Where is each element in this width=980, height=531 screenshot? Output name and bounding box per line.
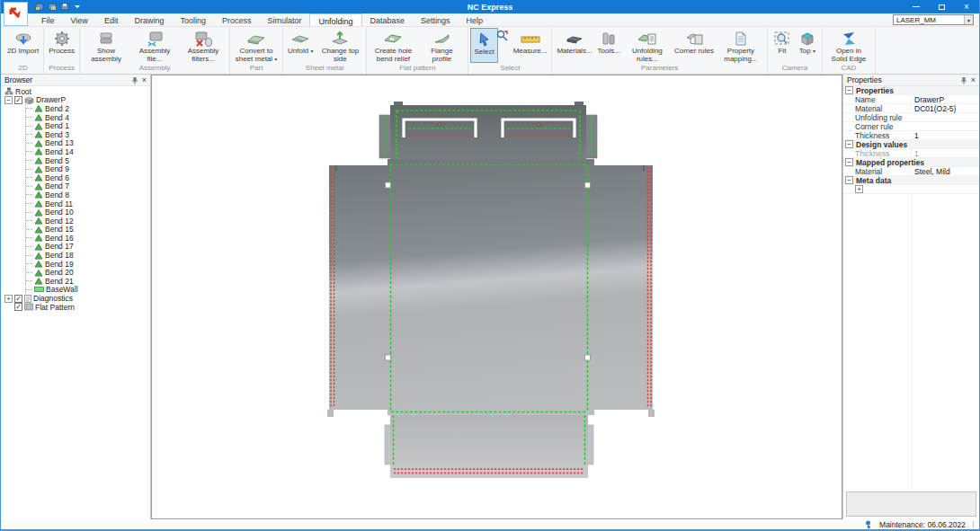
bottom-flange-side-tab[interactable] xyxy=(587,425,593,465)
ribbon-button-select[interactable]: Select xyxy=(470,28,497,63)
ribbon-button-assembly-file[interactable]: Assembly file... xyxy=(130,28,179,63)
expand-icon[interactable]: + xyxy=(4,295,13,303)
zoom-select-icon[interactable] xyxy=(496,29,508,45)
tab-edit[interactable]: Edit xyxy=(96,13,127,26)
main-body[interactable] xyxy=(329,159,653,415)
tab-file[interactable]: File xyxy=(33,13,63,26)
machine-select[interactable]: LASER_MM ▾ xyxy=(893,14,974,25)
ribbon-button-change-top-side[interactable]: Change top side xyxy=(316,28,364,63)
tree-item-bend[interactable]: Bend 21 xyxy=(26,277,150,286)
tree-item-bend[interactable]: Bend 5 xyxy=(26,156,150,165)
bottom-flange-side-tab[interactable] xyxy=(385,425,391,465)
flat-pattern-view[interactable] xyxy=(152,75,842,517)
collapse-icon[interactable]: − xyxy=(845,176,853,184)
tree-item-bend[interactable]: Bend 12 xyxy=(26,217,150,226)
collapse-icon[interactable]: − xyxy=(845,140,853,148)
ribbon-button-property-mapping[interactable]: Property mapping... xyxy=(717,28,765,63)
tree-item-bend[interactable]: Bend 8 xyxy=(26,190,150,199)
square-hole[interactable] xyxy=(585,355,591,360)
tree-item-bend[interactable]: Bend 16 xyxy=(26,234,150,243)
ribbon-button-unfold[interactable]: Unfold ▾ xyxy=(285,28,316,63)
collapse-icon[interactable]: − xyxy=(845,86,853,94)
square-hole[interactable] xyxy=(585,182,591,188)
ribbon-button-measure[interactable]: Measure... xyxy=(511,28,550,63)
property-value[interactable]: 1 xyxy=(911,131,979,140)
collapse-icon[interactable]: − xyxy=(4,96,13,104)
ribbon-button-unfolding-rules[interactable]: Unfolding rules... xyxy=(623,28,672,63)
tab-tooling[interactable]: Tooling xyxy=(172,13,214,26)
tab-drawing[interactable]: Drawing xyxy=(126,13,172,26)
property-category[interactable]: − Meta data xyxy=(843,176,979,185)
tree-item-flat-pattern[interactable]: ✓ Flat Pattern xyxy=(1,303,150,312)
tab-simulator[interactable]: Simulator xyxy=(259,13,309,26)
body-corner-tab[interactable] xyxy=(327,410,334,417)
properties-close-icon[interactable]: × xyxy=(971,76,976,84)
ribbon-button-fit[interactable]: Fit xyxy=(770,28,795,63)
minimize-button[interactable] xyxy=(904,0,929,13)
tab-unfolding[interactable]: Unfolding xyxy=(309,13,361,26)
tab-view[interactable]: View xyxy=(63,13,96,26)
open-file-icon[interactable] xyxy=(48,3,57,11)
tab-database[interactable]: Database xyxy=(362,13,414,26)
ribbon-button-convert-to-sheet-metal[interactable]: Convert to sheet metal ▾ xyxy=(232,28,281,63)
ribbon-button-2d-import[interactable]: 2D Import xyxy=(4,28,41,63)
tree-item-root[interactable]: Root xyxy=(1,87,150,96)
property-category[interactable]: − Mapped properties xyxy=(843,158,979,167)
tree-item-bend[interactable]: Bend 17 xyxy=(26,243,150,252)
tree-item-bend[interactable]: Bend 6 xyxy=(26,173,150,182)
tree-item-bend[interactable]: Bend 9 xyxy=(26,164,150,173)
pin-icon[interactable] xyxy=(960,76,967,84)
handle-hole[interactable] xyxy=(438,123,441,127)
property-category[interactable]: − Design values xyxy=(843,140,979,149)
part-checkbox[interactable]: ✓ xyxy=(14,96,22,104)
property-value[interactable]: DrawerP xyxy=(911,95,979,104)
quick-access-dropdown-icon[interactable] xyxy=(75,5,80,8)
tree-item-bend[interactable]: Bend 10 xyxy=(26,208,150,217)
tree-item-bend[interactable]: Bend 4 xyxy=(26,113,150,122)
diagnostics-checkbox[interactable]: ✓ xyxy=(14,295,22,303)
viewport-canvas[interactable] xyxy=(151,75,842,519)
app-logo-icon[interactable] xyxy=(4,2,28,26)
tree-item-bend[interactable]: Bend 15 xyxy=(26,226,150,235)
tab-help[interactable]: Help xyxy=(459,13,492,26)
square-hole[interactable] xyxy=(386,355,391,360)
machine-select-caret-icon[interactable]: ▾ xyxy=(964,15,973,24)
save-icon[interactable] xyxy=(60,3,69,11)
tab-settings[interactable]: Settings xyxy=(413,13,459,26)
ribbon-button-tools[interactable]: Tools... xyxy=(595,28,623,63)
tab-process[interactable]: Process xyxy=(214,13,260,26)
new-document-icon[interactable] xyxy=(35,3,44,11)
tree-item-basewall[interactable]: BaseWall xyxy=(26,286,150,295)
ribbon-button-show-assembly[interactable]: Show assembly xyxy=(82,28,130,63)
tree-item-bend[interactable]: Bend 11 xyxy=(26,199,150,208)
square-hole[interactable] xyxy=(386,182,391,188)
tree-item-bend[interactable]: Bend 20 xyxy=(26,268,150,277)
tree-item-bend[interactable]: Bend 19 xyxy=(26,260,150,269)
tree-item-diagnostics[interactable]: + ✓ Diagnostics xyxy=(1,294,150,303)
property-value[interactable]: Steel, Mild xyxy=(911,167,979,176)
maximize-button[interactable] xyxy=(929,0,954,13)
top-flange[interactable] xyxy=(390,105,586,164)
tree-item-bend[interactable]: Bend 14 xyxy=(26,147,150,156)
ribbon-button-create-hole-bend-relief[interactable]: Create hole bend relief xyxy=(369,28,417,63)
handle-hole[interactable] xyxy=(537,123,540,127)
pin-icon[interactable] xyxy=(131,76,138,84)
browser-close-icon[interactable]: × xyxy=(142,76,147,84)
tree-item-part[interactable]: − ✓ DrawerP xyxy=(1,96,150,105)
tree-item-bend[interactable]: Bend 18 xyxy=(26,251,150,260)
ribbon-button-assembly-filters[interactable]: Assembly filters... xyxy=(179,28,227,63)
property-category[interactable]: − Properties xyxy=(843,86,979,95)
tree-item-bend[interactable]: Bend 13 xyxy=(26,139,150,148)
ribbon-button-flange-profile[interactable]: Flange profile xyxy=(417,28,466,63)
ribbon-button-open-in-solid-edge[interactable]: Open in Solid Edge xyxy=(824,28,873,63)
tree-item-bend[interactable]: Bend 2 xyxy=(26,104,150,113)
ribbon-button-corner-rules[interactable]: Corner rules xyxy=(672,28,717,63)
tree-item-bend[interactable]: Bend 7 xyxy=(26,182,150,191)
ribbon-button-materials[interactable]: Materials... xyxy=(554,28,594,63)
collapse-icon[interactable]: − xyxy=(845,158,853,166)
expand-icon[interactable]: + xyxy=(855,185,863,193)
tree-item-bend[interactable]: Bend 3 xyxy=(26,130,150,139)
flat-pattern-checkbox[interactable]: ✓ xyxy=(14,303,22,311)
ribbon-button-process[interactable]: Process xyxy=(46,28,77,63)
close-button[interactable]: × xyxy=(954,0,979,13)
